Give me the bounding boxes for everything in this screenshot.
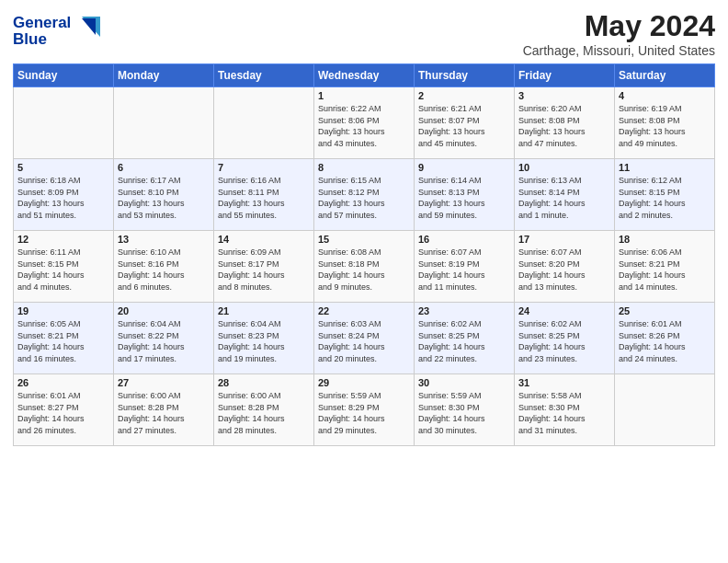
day-number: 29 [318, 377, 410, 388]
day-info: Sunrise: 6:21 AM Sunset: 8:07 PM Dayligh… [418, 103, 510, 149]
day-info: Sunrise: 6:04 AM Sunset: 8:23 PM Dayligh… [218, 318, 310, 364]
day-number: 9 [418, 162, 510, 173]
day-info: Sunrise: 5:59 AM Sunset: 8:29 PM Dayligh… [318, 390, 410, 436]
day-number: 26 [17, 377, 109, 388]
day-number: 24 [518, 305, 610, 316]
calendar-cell: 16Sunrise: 6:07 AM Sunset: 8:19 PM Dayli… [415, 231, 515, 303]
calendar-cell [14, 87, 114, 159]
svg-text:General: General [13, 14, 71, 31]
calendar-cell: 24Sunrise: 6:02 AM Sunset: 8:25 PM Dayli… [515, 303, 615, 374]
day-number: 6 [118, 162, 210, 173]
day-info: Sunrise: 6:03 AM Sunset: 8:24 PM Dayligh… [318, 318, 410, 364]
calendar-cell: 26Sunrise: 6:01 AM Sunset: 8:27 PM Dayli… [14, 374, 114, 446]
calendar-header-wednesday: Wednesday [314, 64, 415, 87]
calendar-cell [114, 87, 214, 159]
calendar-cell: 18Sunrise: 6:06 AM Sunset: 8:21 PM Dayli… [615, 231, 715, 303]
day-info: Sunrise: 6:02 AM Sunset: 8:25 PM Dayligh… [418, 318, 510, 364]
calendar-week-4: 19Sunrise: 6:05 AM Sunset: 8:21 PM Dayli… [14, 303, 715, 374]
calendar-cell: 15Sunrise: 6:08 AM Sunset: 8:18 PM Dayli… [314, 231, 415, 303]
calendar-cell: 5Sunrise: 6:18 AM Sunset: 8:09 PM Daylig… [14, 159, 114, 231]
day-number: 17 [518, 234, 610, 245]
day-number: 2 [418, 90, 510, 101]
day-info: Sunrise: 6:06 AM Sunset: 8:21 PM Dayligh… [619, 247, 711, 293]
page-container: General Blue May 2024 Carthage, Missouri… [0, 0, 728, 454]
day-number: 5 [17, 162, 109, 173]
day-info: Sunrise: 6:13 AM Sunset: 8:14 PM Dayligh… [518, 175, 610, 221]
day-info: Sunrise: 6:10 AM Sunset: 8:16 PM Dayligh… [118, 247, 210, 293]
day-info: Sunrise: 6:09 AM Sunset: 8:17 PM Dayligh… [218, 247, 310, 293]
page-subtitle: Carthage, Missouri, United States [523, 43, 715, 58]
day-info: Sunrise: 6:16 AM Sunset: 8:11 PM Dayligh… [218, 175, 310, 221]
day-info: Sunrise: 5:58 AM Sunset: 8:30 PM Dayligh… [518, 390, 610, 436]
day-info: Sunrise: 6:19 AM Sunset: 8:08 PM Dayligh… [619, 103, 711, 149]
calendar-cell: 2Sunrise: 6:21 AM Sunset: 8:07 PM Daylig… [415, 87, 515, 159]
day-number: 25 [619, 305, 711, 316]
calendar-cell: 11Sunrise: 6:12 AM Sunset: 8:15 PM Dayli… [615, 159, 715, 231]
calendar-cell: 10Sunrise: 6:13 AM Sunset: 8:14 PM Dayli… [515, 159, 615, 231]
calendar-cell: 13Sunrise: 6:10 AM Sunset: 8:16 PM Dayli… [114, 231, 214, 303]
day-number: 10 [518, 162, 610, 173]
title-block: May 2024 Carthage, Missouri, United Stat… [523, 9, 715, 58]
day-info: Sunrise: 6:01 AM Sunset: 8:27 PM Dayligh… [17, 390, 109, 436]
calendar-cell: 7Sunrise: 6:16 AM Sunset: 8:11 PM Daylig… [214, 159, 314, 231]
calendar-cell: 20Sunrise: 6:04 AM Sunset: 8:22 PM Dayli… [114, 303, 214, 374]
day-info: Sunrise: 6:15 AM Sunset: 8:12 PM Dayligh… [318, 175, 410, 221]
day-number: 20 [118, 305, 210, 316]
day-number: 4 [619, 90, 711, 101]
day-number: 16 [418, 234, 510, 245]
day-info: Sunrise: 6:04 AM Sunset: 8:22 PM Dayligh… [118, 318, 210, 364]
calendar-cell: 14Sunrise: 6:09 AM Sunset: 8:17 PM Dayli… [214, 231, 314, 303]
day-info: Sunrise: 6:07 AM Sunset: 8:19 PM Dayligh… [418, 247, 510, 293]
logo-text-block: General Blue [13, 9, 114, 53]
calendar-cell [615, 374, 715, 446]
calendar-cell: 4Sunrise: 6:19 AM Sunset: 8:08 PM Daylig… [615, 87, 715, 159]
day-number: 7 [218, 162, 310, 173]
day-info: Sunrise: 6:01 AM Sunset: 8:26 PM Dayligh… [619, 318, 711, 364]
day-number: 22 [318, 305, 410, 316]
calendar-cell: 28Sunrise: 6:00 AM Sunset: 8:28 PM Dayli… [214, 374, 314, 446]
day-number: 21 [218, 305, 310, 316]
day-number: 23 [418, 305, 510, 316]
day-info: Sunrise: 6:12 AM Sunset: 8:15 PM Dayligh… [619, 175, 711, 221]
calendar-cell: 21Sunrise: 6:04 AM Sunset: 8:23 PM Dayli… [214, 303, 314, 374]
svg-marker-3 [82, 18, 96, 35]
day-number: 8 [318, 162, 410, 173]
day-info: Sunrise: 6:00 AM Sunset: 8:28 PM Dayligh… [118, 390, 210, 436]
day-info: Sunrise: 6:17 AM Sunset: 8:10 PM Dayligh… [118, 175, 210, 221]
calendar-header-tuesday: Tuesday [214, 64, 314, 87]
day-info: Sunrise: 6:05 AM Sunset: 8:21 PM Dayligh… [17, 318, 109, 364]
header: General Blue May 2024 Carthage, Missouri… [13, 9, 715, 58]
day-number: 31 [518, 377, 610, 388]
calendar-cell: 17Sunrise: 6:07 AM Sunset: 8:20 PM Dayli… [515, 231, 615, 303]
day-number: 19 [17, 305, 109, 316]
day-number: 30 [418, 377, 510, 388]
calendar-cell: 22Sunrise: 6:03 AM Sunset: 8:24 PM Dayli… [314, 303, 415, 374]
calendar-week-3: 12Sunrise: 6:11 AM Sunset: 8:15 PM Dayli… [14, 231, 715, 303]
day-number: 12 [17, 234, 109, 245]
calendar-header-friday: Friday [515, 64, 615, 87]
day-info: Sunrise: 6:08 AM Sunset: 8:18 PM Dayligh… [318, 247, 410, 293]
calendar-cell: 8Sunrise: 6:15 AM Sunset: 8:12 PM Daylig… [314, 159, 415, 231]
day-info: Sunrise: 6:07 AM Sunset: 8:20 PM Dayligh… [518, 247, 610, 293]
calendar-week-2: 5Sunrise: 6:18 AM Sunset: 8:09 PM Daylig… [14, 159, 715, 231]
day-number: 3 [518, 90, 610, 101]
logo: General Blue [13, 9, 114, 53]
calendar-header-saturday: Saturday [615, 64, 715, 87]
calendar-week-1: 1Sunrise: 6:22 AM Sunset: 8:06 PM Daylig… [14, 87, 715, 159]
calendar-table: SundayMondayTuesdayWednesdayThursdayFrid… [13, 63, 715, 446]
day-info: Sunrise: 6:11 AM Sunset: 8:15 PM Dayligh… [17, 247, 109, 293]
calendar-cell: 25Sunrise: 6:01 AM Sunset: 8:26 PM Dayli… [615, 303, 715, 374]
day-number: 1 [318, 90, 410, 101]
calendar-header-row: SundayMondayTuesdayWednesdayThursdayFrid… [14, 64, 715, 87]
calendar-cell: 30Sunrise: 5:59 AM Sunset: 8:30 PM Dayli… [415, 374, 515, 446]
day-info: Sunrise: 6:00 AM Sunset: 8:28 PM Dayligh… [218, 390, 310, 436]
day-info: Sunrise: 5:59 AM Sunset: 8:30 PM Dayligh… [418, 390, 510, 436]
calendar-cell: 1Sunrise: 6:22 AM Sunset: 8:06 PM Daylig… [314, 87, 415, 159]
day-info: Sunrise: 6:18 AM Sunset: 8:09 PM Dayligh… [17, 175, 109, 221]
day-number: 28 [218, 377, 310, 388]
calendar-cell: 27Sunrise: 6:00 AM Sunset: 8:28 PM Dayli… [114, 374, 214, 446]
logo-svg: General Blue [13, 9, 114, 50]
day-number: 18 [619, 234, 711, 245]
calendar-cell: 23Sunrise: 6:02 AM Sunset: 8:25 PM Dayli… [415, 303, 515, 374]
day-info: Sunrise: 6:20 AM Sunset: 8:08 PM Dayligh… [518, 103, 610, 149]
